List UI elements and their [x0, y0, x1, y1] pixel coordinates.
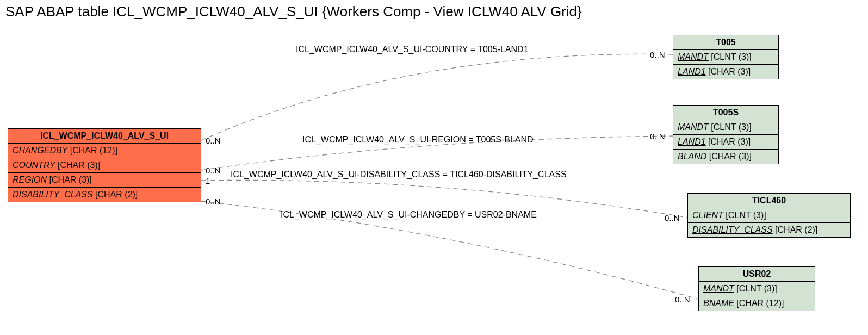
cardinality-right-1: 0..N	[650, 50, 665, 59]
cardinality-left-1: 0..N	[206, 136, 221, 145]
field-name: LAND1	[678, 67, 706, 76]
field-name: LAND1	[678, 137, 706, 146]
entity-main-field: DISABILITY_CLASS [CHAR (2)]	[8, 188, 201, 202]
field-type: [CHAR (12)]	[736, 299, 784, 308]
relation-label-3: ICL_WCMP_ICLW40_ALV_S_UI-DISABILITY_CLAS…	[231, 170, 567, 179]
field-type: [CHAR (2)]	[775, 225, 817, 234]
entity-main-header: ICL_WCMP_ICLW40_ALV_S_UI	[8, 129, 201, 144]
cardinality-right-2: 0..N	[650, 132, 665, 141]
entity-usr02-header: USR02	[699, 267, 815, 282]
field-type: [CHAR (3)]	[709, 152, 752, 161]
field-name: REGION	[13, 175, 47, 184]
relation-label-2: ICL_WCMP_ICLW40_ALV_S_UI-REGION = T005S-…	[302, 135, 534, 145]
field-type: [CHAR (3)]	[58, 160, 100, 170]
entity-ticl460: TICL460 CLIENT [CLNT (3)] DISABILITY_CLA…	[687, 193, 851, 238]
relation-label-1: ICL_WCMP_ICLW40_ALV_S_UI-COUNTRY = T005-…	[296, 45, 529, 54]
entity-main-field: REGION [CHAR (3)]	[8, 173, 201, 188]
cardinality-left-3: 1	[206, 176, 210, 185]
field-type: [CHAR (3)]	[49, 175, 92, 184]
relation-label-4: ICL_WCMP_ICLW40_ALV_S_UI-CHANGEDBY = USR…	[281, 210, 537, 220]
field-name: MANDT	[678, 52, 709, 61]
entity-ticl460-header: TICL460	[688, 194, 850, 208]
field-type: [CLNT (3)]	[711, 122, 751, 132]
entity-t005: T005 MANDT [CLNT (3)] LAND1 [CHAR (3)]	[673, 35, 779, 79]
field-name: BNAME	[703, 299, 734, 308]
field-name: CLIENT	[692, 210, 723, 220]
field-name: MANDT	[703, 284, 734, 293]
page-title: SAP ABAP table ICL_WCMP_ICLW40_ALV_S_UI …	[5, 3, 582, 20]
field-name: MANDT	[678, 122, 709, 132]
field-type: [CLNT (3)]	[736, 284, 777, 293]
entity-t005s-field: MANDT [CLNT (3)]	[673, 120, 778, 135]
field-type: [CHAR (12)]	[70, 146, 117, 155]
entity-ticl460-field: CLIENT [CLNT (3)]	[688, 208, 850, 223]
entity-t005-field: MANDT [CLNT (3)]	[673, 50, 778, 65]
field-name: COUNTRY	[13, 160, 55, 170]
entity-t005s: T005S MANDT [CLNT (3)] LAND1 [CHAR (3)] …	[673, 105, 779, 164]
cardinality-right-3: 0..N	[665, 213, 680, 222]
entity-usr02: USR02 MANDT [CLNT (3)] BNAME [CHAR (12)]	[698, 266, 815, 311]
cardinality-left-2: 0..N	[206, 166, 221, 175]
entity-usr02-field: MANDT [CLNT (3)]	[699, 282, 815, 296]
entity-usr02-field: BNAME [CHAR (12)]	[699, 296, 815, 311]
field-type: [CLNT (3)]	[711, 52, 751, 61]
entity-t005-header: T005	[673, 35, 778, 50]
field-type: [CHAR (2)]	[95, 190, 138, 199]
entity-main-field: COUNTRY [CHAR (3)]	[8, 158, 201, 173]
entity-t005s-field: LAND1 [CHAR (3)]	[673, 135, 778, 150]
cardinality-left-4: 0..N	[206, 197, 221, 206]
entity-t005s-field: BLAND [CHAR (3)]	[673, 150, 778, 164]
entity-main: ICL_WCMP_ICLW40_ALV_S_UI CHANGEDBY [CHAR…	[8, 128, 201, 202]
entity-ticl460-field: DISABILITY_CLASS [CHAR (2)]	[688, 223, 850, 237]
entity-t005-field: LAND1 [CHAR (3)]	[673, 65, 778, 79]
entity-t005s-header: T005S	[673, 106, 778, 120]
field-name: BLAND	[678, 152, 706, 161]
entity-main-field: CHANGEDBY [CHAR (12)]	[8, 144, 201, 158]
field-name: CHANGEDBY	[13, 146, 67, 155]
field-type: [CHAR (3)]	[708, 137, 751, 146]
field-name: DISABILITY_CLASS	[692, 225, 773, 234]
field-type: [CHAR (3)]	[708, 67, 751, 76]
field-type: [CLNT (3)]	[726, 210, 766, 220]
field-name: DISABILITY_CLASS	[13, 190, 93, 199]
cardinality-right-4: 0..N	[675, 295, 690, 304]
